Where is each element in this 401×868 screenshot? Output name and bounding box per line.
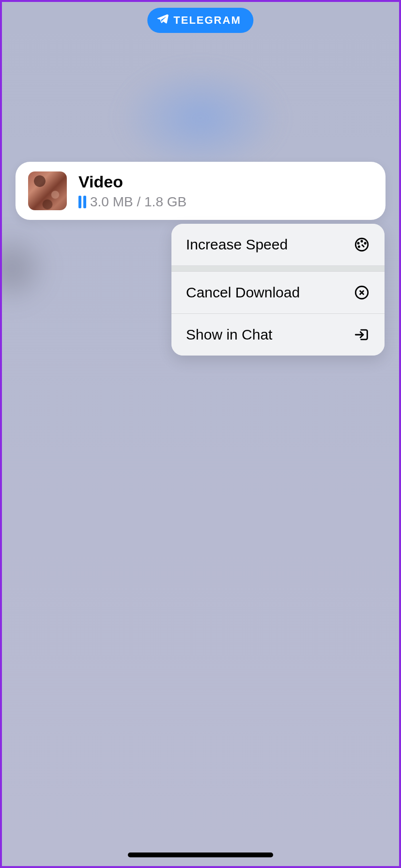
download-title: Video: [78, 172, 186, 191]
background-blob: [118, 65, 283, 171]
video-thumbnail: [28, 171, 67, 210]
show-in-chat-label: Show in Chat: [186, 326, 272, 343]
cancel-download-label: Cancel Download: [186, 284, 300, 301]
download-info: Video 3.0 MB / 1.8 GB: [78, 172, 186, 210]
telegram-icon: [156, 13, 169, 28]
download-item-card[interactable]: Video 3.0 MB / 1.8 GB: [15, 162, 386, 220]
home-indicator[interactable]: [128, 852, 273, 857]
increase-speed-label: Increase Speed: [186, 236, 288, 253]
cancel-download-menu-item[interactable]: Cancel Download: [171, 272, 385, 314]
download-progress-text: 3.0 MB / 1.8 GB: [90, 194, 186, 210]
svg-point-3: [365, 243, 366, 244]
svg-point-2: [358, 243, 359, 244]
svg-line-5: [362, 245, 364, 247]
svg-point-4: [358, 246, 359, 247]
background-blob: [0, 230, 50, 307]
show-in-chat-menu-item[interactable]: Show in Chat: [171, 314, 385, 356]
pause-icon: [78, 196, 86, 208]
cancel-icon: [354, 284, 370, 301]
enter-chat-icon: [354, 326, 370, 343]
svg-point-1: [361, 241, 362, 242]
download-progress-row: 3.0 MB / 1.8 GB: [78, 194, 186, 210]
telegram-app-pill[interactable]: TELEGRAM: [147, 8, 253, 33]
context-menu: Increase Speed Cancel Download Show in C…: [171, 224, 385, 356]
increase-speed-menu-item[interactable]: Increase Speed: [171, 224, 385, 266]
speedometer-icon: [354, 236, 370, 253]
menu-separator: [171, 266, 385, 272]
telegram-app-label: TELEGRAM: [173, 14, 241, 27]
